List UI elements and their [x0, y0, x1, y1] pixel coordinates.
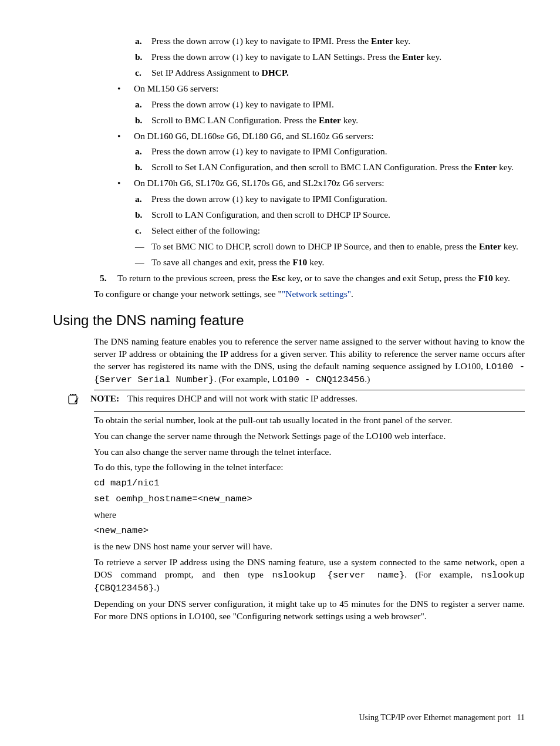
t: The DNS naming feature enables you to re…	[94, 336, 525, 371]
code: LO100 - CNQ123456	[272, 374, 365, 385]
para-where: where	[94, 509, 525, 521]
command-cd: cd map1/nic1	[94, 477, 525, 490]
bold: F10	[292, 257, 307, 267]
t2: .	[351, 289, 353, 299]
sub-step-text: Scroll to BMC LAN Configuration. Press t…	[151, 114, 525, 127]
sub-step-text: Press the down arrow (↓) key to navigate…	[151, 35, 525, 48]
footer-page: 11	[517, 713, 525, 722]
bullet-dl160: On DL160 G6, DL160se G6, DL180 G6, and S…	[117, 130, 525, 143]
marker-b: b.	[135, 161, 151, 174]
marker-b: b.	[135, 51, 151, 63]
marker-c: c.	[135, 225, 151, 237]
sub-step-a: a. Press the down arrow (↓) key to navig…	[135, 99, 525, 111]
bullet-text: On DL170h G6, SL170z G6, SL170s G6, and …	[134, 177, 525, 190]
network-settings-link[interactable]: "Network settings"	[282, 289, 351, 299]
note-icon	[67, 393, 90, 409]
t: Scroll to Set LAN Configuration, and the…	[151, 162, 474, 172]
rule	[94, 390, 525, 390]
t3: key.	[493, 273, 510, 283]
marker-a: a.	[135, 193, 151, 205]
bold: Enter	[371, 36, 393, 46]
bold: Enter	[479, 241, 501, 251]
step-5: 5. To return to the previous screen, pre…	[100, 272, 525, 285]
t2: key.	[307, 257, 324, 267]
sub-step-text: Select either of the following:	[151, 225, 525, 237]
t2: key.	[393, 36, 410, 46]
note-content: NOTE:This requires DHCP and will not wor…	[90, 393, 357, 405]
heading-dns-naming: Using the DNS naming feature	[53, 311, 525, 330]
bullet-ml150: On ML150 G6 servers:	[117, 83, 525, 95]
note-text: This requires DHCP and will not work wit…	[127, 393, 357, 403]
bullet-text: On DL160 G6, DL160se G6, DL180 G6, and S…	[134, 130, 525, 143]
para-hostname-desc: is the new DNS host name your server wil…	[94, 541, 525, 553]
t: Press the down arrow (↓) key to navigate…	[151, 36, 371, 46]
t: Scroll to BMC LAN Configuration. Press t…	[151, 115, 319, 125]
t: To set BMC NIC to DHCP, scroll down to D…	[151, 241, 479, 251]
command-new-name: <new_name>	[94, 525, 525, 537]
svg-point-4	[76, 394, 76, 394]
dash-text: To set BMC NIC to DHCP, scroll down to D…	[151, 241, 525, 253]
bullet-icon	[117, 130, 134, 143]
dash-icon	[135, 256, 151, 269]
footer-text: Using TCP/IP over Ethernet management po…	[359, 713, 511, 722]
dash-item: To set BMC NIC to DHCP, scroll down to D…	[135, 241, 525, 253]
t: To configure or change your network sett…	[94, 289, 282, 299]
sub-step-c: c. Select either of the following:	[135, 225, 525, 237]
note-line: NOTE:This requires DHCP and will not wor…	[67, 393, 525, 409]
marker-c: c.	[135, 67, 151, 79]
marker-a: a.	[135, 35, 151, 48]
note-block: NOTE:This requires DHCP and will not wor…	[94, 390, 525, 412]
bold: DHCP.	[262, 67, 289, 77]
para-change-web: You can change the server name through t…	[94, 430, 525, 443]
dns-para-1: The DNS naming feature enables you to re…	[94, 336, 525, 386]
sub-step-text: Press the down arrow (↓) key to navigate…	[151, 51, 525, 63]
sub-step-text: Press the down arrow (↓) key to navigate…	[151, 146, 525, 158]
bullet-text: On ML150 G6 servers:	[134, 83, 525, 95]
sub-step-a: a. Press the down arrow (↓) key to navig…	[135, 146, 525, 158]
svg-point-2	[72, 394, 73, 394]
sub-step-a: a. Press the down arrow (↓) key to navig…	[135, 193, 525, 205]
sub-step-c: c. Set IP Address Assignment to DHCP.	[135, 67, 525, 79]
bold-f10: F10	[478, 273, 493, 283]
rule	[94, 411, 525, 412]
bullet-dl170h: On DL170h G6, SL170z G6, SL170s G6, and …	[117, 177, 525, 190]
bold-esc: Esc	[272, 273, 285, 283]
para-retrieve-ip: To retrieve a server IP address using th…	[94, 556, 525, 595]
sub-step-b: b. Scroll to BMC LAN Configuration. Pres…	[135, 114, 525, 127]
t3: .)	[365, 374, 370, 384]
para-change-telnet: You can also change the server name thro…	[94, 446, 525, 458]
marker-5: 5.	[100, 272, 117, 285]
marker-a: a.	[135, 99, 151, 111]
para-serial: To obtain the serial number, look at the…	[94, 414, 525, 427]
config-line: To configure or change your network sett…	[94, 288, 525, 301]
sub-step-b: b. Scroll to LAN Configuration, and then…	[135, 209, 525, 221]
dash-text: To save all changes and exit, press the …	[151, 256, 525, 269]
svg-point-3	[74, 394, 75, 394]
t2: key.	[341, 115, 358, 125]
sub-step-text: Press the down arrow (↓) key to navigate…	[151, 193, 525, 205]
marker-b: b.	[135, 209, 151, 221]
svg-rect-0	[69, 396, 77, 404]
t: Set IP Address Assignment to	[151, 67, 262, 77]
dash-icon	[135, 241, 151, 253]
svg-point-1	[70, 394, 71, 394]
sub-step-text: Scroll to LAN Configuration, and then sc…	[151, 209, 525, 221]
t: Press the down arrow (↓) key to navigate…	[151, 52, 402, 62]
t2: key.	[497, 162, 514, 172]
sub-step-b: b. Scroll to Set LAN Configuration, and …	[135, 161, 525, 174]
t: To save all changes and exit, press the	[151, 257, 292, 267]
command-set-hostname: set oemhp_hostname=<new_name>	[94, 493, 525, 505]
code: nslookup {server name}	[272, 570, 404, 580]
bullet-icon	[117, 83, 134, 95]
t2: key.	[501, 241, 518, 251]
sub-step-b: b. Press the down arrow (↓) key to navig…	[135, 51, 525, 63]
t2: key, or to save the changes and exit Set…	[285, 273, 478, 283]
bold: Enter	[402, 52, 424, 62]
para-dns-delay: Depending on your DNS server configurati…	[94, 598, 525, 623]
bold: Enter	[319, 115, 341, 125]
t2: key.	[424, 52, 441, 62]
bold: Enter	[474, 162, 497, 172]
marker-b: b.	[135, 114, 151, 127]
sub-step-a: a. Press the down arrow (↓) key to navig…	[135, 35, 525, 48]
t3: .)	[154, 582, 159, 592]
